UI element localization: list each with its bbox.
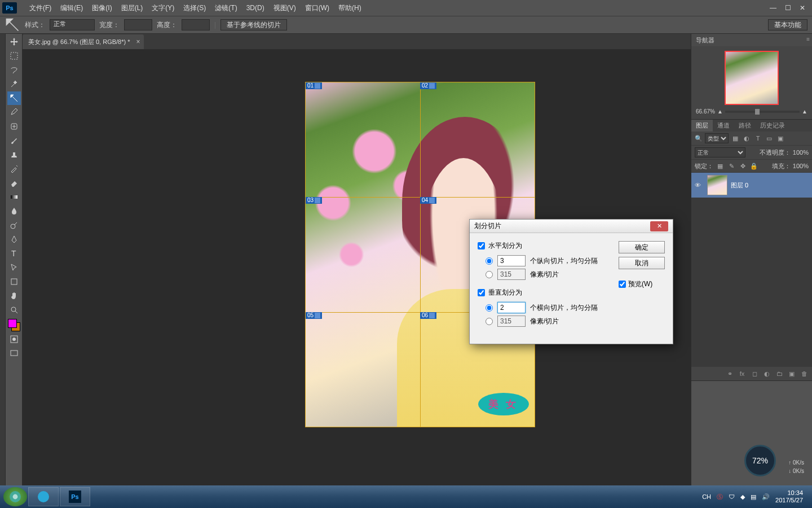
eyedropper-tool[interactable] — [7, 106, 21, 119]
start-button[interactable] — [3, 487, 27, 506]
vert-count-input[interactable] — [497, 302, 526, 313]
delete-layer-icon[interactable]: 🗑 — [800, 369, 809, 378]
tray-volume-icon[interactable]: 🔊 — [762, 493, 770, 501]
window-close[interactable]: ✕ — [795, 3, 810, 13]
taskbar-app-photoshop[interactable]: Ps — [60, 487, 90, 506]
taskbar-clock[interactable]: 10:34 2017/5/27 — [775, 489, 803, 504]
shape-tool[interactable] — [7, 275, 21, 288]
color-swatches[interactable] — [7, 318, 21, 332]
vert-px-radio[interactable] — [486, 318, 493, 325]
window-minimize[interactable]: — — [766, 3, 780, 13]
slice-badge-2[interactable]: 02 — [420, 82, 436, 89]
horizontal-checkbox[interactable] — [478, 242, 485, 249]
lock-pixels-icon[interactable]: ▦ — [716, 161, 725, 170]
tab-paths[interactable]: 路径 — [734, 120, 756, 132]
menu-window[interactable]: 窗口(W) — [301, 3, 334, 13]
perf-gauge[interactable]: 72% — [744, 445, 776, 476]
menu-file[interactable]: 文件(F) — [25, 3, 56, 13]
ime-indicator[interactable]: CH — [702, 493, 711, 500]
zoom-in-icon[interactable]: ▲ — [802, 108, 807, 115]
layer-visibility-icon[interactable]: 👁 — [695, 182, 704, 189]
document-tab[interactable]: 美女.jpg @ 66.7% (图层 0, RGB/8*) * × — [23, 34, 144, 49]
menu-image[interactable]: 图像(I) — [87, 3, 116, 13]
vert-px-input[interactable] — [497, 316, 526, 327]
move-tool[interactable] — [7, 35, 21, 49]
tray-icon-1[interactable]: ◆ — [740, 493, 745, 501]
tab-channels[interactable]: 通道 — [713, 120, 734, 132]
menu-3d[interactable]: 3D(D) — [242, 4, 269, 12]
type-tool[interactable]: T — [7, 247, 21, 260]
filter-adjust-icon[interactable]: ◐ — [742, 134, 751, 143]
panel-collapse-strip[interactable] — [0, 34, 6, 485]
marquee-tool[interactable] — [7, 49, 21, 63]
tab-history[interactable]: 历史记录 — [756, 120, 789, 132]
horiz-px-input[interactable] — [497, 269, 526, 280]
lock-move-icon[interactable]: ✥ — [738, 161, 747, 170]
tray-icon-2[interactable]: ▤ — [751, 493, 756, 501]
filter-smart-icon[interactable]: ▣ — [776, 134, 785, 143]
zoom-tool[interactable] — [7, 303, 21, 317]
history-brush-tool[interactable] — [7, 162, 21, 176]
width-input[interactable] — [124, 19, 152, 30]
eraser-tool[interactable] — [7, 176, 21, 190]
quick-mask-toggle[interactable] — [7, 332, 21, 346]
workspace-dropdown[interactable]: 基本功能 — [768, 19, 807, 30]
horiz-px-radio[interactable] — [486, 271, 493, 278]
slice-badge-4[interactable]: 04 — [420, 197, 436, 204]
navigator-thumbnail[interactable] — [725, 51, 779, 105]
link-layers-icon[interactable]: ⚭ — [725, 369, 734, 378]
clone-stamp-tool[interactable] — [7, 148, 21, 161]
menu-select[interactable]: 选择(S) — [179, 3, 210, 13]
tab-close-icon[interactable]: × — [136, 38, 140, 46]
cancel-button[interactable]: 取消 — [619, 257, 665, 269]
guide-slice-button[interactable]: 基于参考线的切片 — [220, 19, 287, 30]
navigator-zoom-slider[interactable] — [725, 111, 800, 113]
healing-brush-tool[interactable] — [7, 120, 21, 133]
layer-mask-icon[interactable]: ◻ — [750, 369, 759, 378]
lock-all-icon[interactable]: 🔒 — [749, 161, 758, 170]
tray-shield-icon[interactable]: 🛡 — [729, 493, 735, 500]
window-maximize[interactable]: ☐ — [780, 3, 795, 13]
gradient-tool[interactable] — [7, 190, 21, 204]
fill-value[interactable]: 100% — [793, 163, 809, 169]
new-layer-icon[interactable]: ▣ — [787, 369, 796, 378]
magic-wand-tool[interactable] — [7, 77, 21, 91]
style-dropdown[interactable]: 正常 — [50, 19, 95, 30]
lock-position-icon[interactable]: ✎ — [727, 161, 736, 170]
dialog-close-button[interactable]: ✕ — [650, 221, 668, 231]
vertical-checkbox[interactable] — [478, 289, 485, 296]
blur-tool[interactable] — [7, 204, 21, 218]
horiz-count-input[interactable] — [497, 255, 526, 266]
tab-layers[interactable]: 图层 — [691, 120, 713, 132]
slice-badge-5[interactable]: 05 — [306, 312, 322, 319]
menu-filter[interactable]: 滤镜(T) — [210, 3, 241, 13]
hand-tool[interactable] — [7, 289, 21, 303]
panel-menu-icon[interactable]: ≡ — [806, 36, 810, 42]
path-selection-tool[interactable] — [7, 261, 21, 274]
lasso-tool[interactable] — [7, 63, 21, 77]
ok-button[interactable]: 确定 — [619, 241, 665, 253]
slice-tool[interactable] — [7, 91, 21, 105]
horiz-count-radio[interactable] — [486, 257, 493, 265]
dialog-titlebar[interactable]: 划分切片 ✕ — [470, 220, 673, 233]
layer-item[interactable]: 👁 图层 0 — [691, 173, 812, 198]
screen-mode-toggle[interactable] — [7, 347, 21, 360]
slice-badge-1[interactable]: 01 — [306, 82, 322, 89]
menu-type[interactable]: 文字(Y) — [147, 3, 179, 13]
layer-group-icon[interactable]: 🗀 — [775, 369, 784, 378]
height-input[interactable] — [182, 19, 210, 30]
pen-tool[interactable] — [7, 233, 21, 246]
opacity-value[interactable]: 100% — [793, 149, 809, 156]
slice-badge-6[interactable]: 06 — [420, 312, 436, 319]
menu-help[interactable]: 帮助(H) — [334, 3, 366, 13]
vert-count-radio[interactable] — [486, 304, 493, 312]
tray-security-icon[interactable]: Ⓢ — [717, 493, 723, 501]
slice-badge-3[interactable]: 03 — [306, 197, 322, 204]
filter-shape-icon[interactable]: ▭ — [765, 134, 774, 143]
layer-filter-dropdown[interactable]: 类型 — [705, 133, 729, 143]
layer-fx-icon[interactable]: fx — [738, 369, 747, 378]
zoom-out-icon[interactable]: ▲ — [717, 108, 723, 115]
menu-layer[interactable]: 图层(L) — [117, 3, 148, 13]
menu-edit[interactable]: 编辑(E) — [56, 3, 87, 13]
preview-checkbox[interactable] — [619, 281, 626, 288]
